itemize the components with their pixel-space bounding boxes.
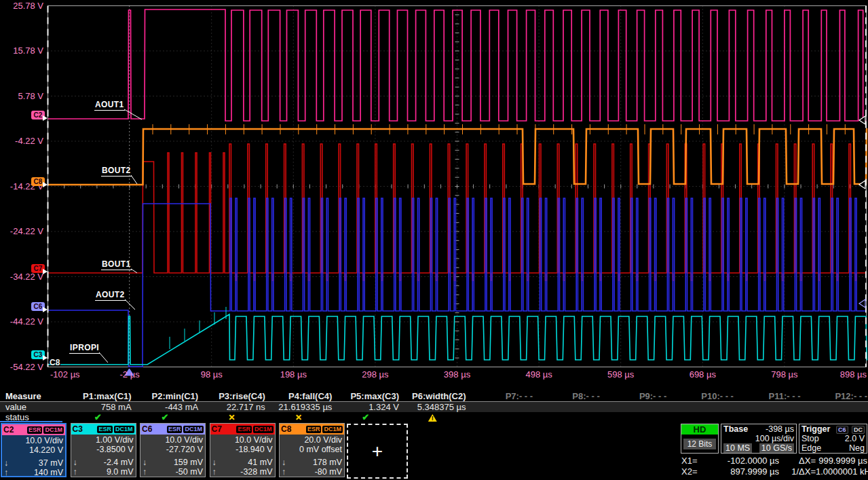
- max-indicator: 9.0 mV: [107, 467, 134, 477]
- voltage-label: 5.78 V: [0, 91, 43, 102]
- timebase-descriptor[interactable]: Tbase -398 µs 100 µs/div 10 MS 10 GS/s: [721, 424, 797, 454]
- measure-header-p1[interactable]: P1:max(C1): [64, 391, 132, 401]
- channel-id: C2: [3, 425, 14, 435]
- trace-label-aout2: AOUT2: [95, 290, 126, 301]
- voltage-label: -44.22 V: [0, 316, 43, 327]
- trigger-descriptor[interactable]: Trigger C6 DC Stop 2.0 V Edge Neg: [799, 424, 867, 454]
- vdiv-value: 10.0 V/div: [143, 435, 203, 445]
- status-pending-icon: ✕: [228, 413, 235, 422]
- max-indicator: -328 mV: [240, 467, 272, 477]
- measure-value-p1: 758 mA: [64, 402, 132, 412]
- descriptor-c7[interactable]: C7ESRDC1M10.0 V/div-18.940 V↓41 mV↑-328 …: [210, 423, 276, 477]
- arrow-up-icon: ↑: [212, 467, 216, 477]
- coupling-badge: ESR: [167, 426, 183, 433]
- measure-header-p12[interactable]: P12:- - -: [801, 391, 868, 401]
- clipped-trace-badge: C8: [50, 358, 60, 367]
- offset-value: 0 mV offset: [282, 445, 342, 454]
- oscilloscope-screen: 25.78 V15.78 V5.78 V-4.22 V-14.22 V-24.2…: [0, 0, 868, 480]
- tbase-title: Tbase: [723, 424, 748, 434]
- descriptor-c6[interactable]: C6ESRDC1M10.0 V/div-27.720 V↓159 mV↑-50 …: [140, 423, 206, 477]
- status-ok-icon: ✔: [94, 412, 102, 422]
- trace-label-ipropi: IPROPI: [69, 343, 100, 354]
- x2-label: X2=: [681, 466, 710, 477]
- max-indicator: -80 mV: [315, 467, 342, 477]
- channel-marker-arrow: [43, 355, 48, 361]
- measure-header-p4[interactable]: P4:fall(C4): [265, 391, 333, 401]
- measure-header-row: Measure P1:max(C1)P2:min(C1)P3:rise(C4)P…: [0, 391, 868, 402]
- min-indicator: 178 mV: [313, 458, 342, 467]
- measure-header-p11[interactable]: P11:- - -: [734, 391, 801, 401]
- vdiv-value: 20.0 V/div: [282, 435, 342, 445]
- vdiv-value: 10.0 V/div: [4, 436, 63, 445]
- waveform-grid[interactable]: [0, 0, 868, 382]
- coupling-badge: ESR: [236, 426, 252, 433]
- measure-value-label: value: [0, 402, 64, 412]
- measure-header-p5[interactable]: P5:max(C3): [332, 391, 399, 401]
- dx-label: ΔX=: [779, 456, 816, 466]
- arrow-down-icon: ↓: [143, 458, 147, 467]
- trigger-level-marker: [859, 299, 865, 308]
- status-underline: [0, 421, 62, 422]
- measure-status-p2: ✔: [132, 412, 199, 422]
- coupling-badge: DC1M: [183, 426, 204, 433]
- trace-c3-ramp-ticks: [170, 307, 226, 349]
- cursor-readout: X1= -102.0000 µs ΔX= 999.9999 µs X2= 897…: [681, 456, 867, 477]
- arrow-down-icon: ↓: [282, 458, 286, 467]
- measure-header-p3[interactable]: P3:rise(C4): [198, 391, 265, 401]
- coupling-badge: DC1M: [43, 426, 64, 434]
- time-label: 698 µs: [690, 369, 716, 380]
- x1-label: X1=: [681, 456, 710, 466]
- trigger-mode: Stop: [801, 434, 819, 443]
- measure-status-row: status ✔✔✕✕✔!: [0, 412, 868, 422]
- voltage-label: -4.22 V: [0, 136, 43, 147]
- measure-header-p2[interactable]: P2:min(C1): [132, 391, 199, 401]
- add-channel-box[interactable]: +: [347, 424, 408, 479]
- max-indicator: -50 mV: [176, 467, 203, 477]
- status-ok-icon: ✔: [362, 412, 369, 422]
- measure-header-p7[interactable]: P7:- - -: [466, 391, 533, 401]
- coupling-badge: DC1M: [322, 426, 343, 433]
- measure-value-p12: [801, 402, 868, 412]
- time-label: 898 µs: [840, 369, 867, 380]
- tbase-perdiv: 100 µs/div: [755, 434, 794, 443]
- trace-c7-bout1: [48, 144, 867, 280]
- time-label: 498 µs: [525, 369, 552, 380]
- offset-value: -3.8500 V: [73, 445, 134, 454]
- coupling-badge: DC1M: [253, 426, 273, 433]
- offset-value: 14.220 V: [4, 445, 63, 455]
- measure-header-p9[interactable]: P9:- - -: [600, 391, 667, 401]
- measure-status-p6: !: [399, 412, 466, 422]
- measure-header-p8[interactable]: P8:- - -: [533, 391, 600, 401]
- measure-table: Measure P1:max(C1)P2:min(C1)P3:rise(C4)P…: [0, 391, 868, 422]
- plus-icon: +: [372, 441, 383, 462]
- invdx-value: 1.0000001 kHz: [816, 466, 867, 477]
- measure-value-p6: 5.348375 µs: [399, 402, 466, 412]
- descriptor-c3[interactable]: C3ESRDC1M1.00 V/div-3.8500 V↓-2.4 mV↑9.0…: [71, 423, 136, 477]
- descriptor-c2[interactable]: C2ESRDC1M10.0 V/div14.220 V↓37 mV↑140 mV: [1, 423, 67, 477]
- channel-id: C3: [73, 424, 83, 434]
- vdiv-value: 1.00 V/div: [73, 435, 134, 445]
- hd-descriptor[interactable]: HD 12 Bits: [681, 424, 719, 454]
- status-ok-icon: ✔: [161, 412, 168, 422]
- measure-status-p9: [600, 412, 667, 422]
- measure-value-p7: [466, 402, 533, 412]
- measure-header-p10[interactable]: P10:- - -: [666, 391, 734, 401]
- measure-header-p6[interactable]: P6:width(C2): [399, 391, 466, 401]
- channel-marker-arrow: [43, 307, 48, 312]
- trigger-title: Trigger: [801, 424, 830, 434]
- measure-status-p11: [734, 412, 801, 422]
- channel-id: C7: [212, 424, 222, 434]
- time-label: -102 µs: [50, 369, 80, 380]
- channel-marker-arrow: [43, 269, 48, 274]
- hd-bits: 12 Bits: [683, 439, 716, 449]
- descriptor-c8[interactable]: C8ESRDC1M20.0 V/div0 mV offset↓178 mV↑-8…: [279, 423, 345, 477]
- min-indicator: 37 mV: [39, 458, 63, 468]
- channel-id: C8: [281, 424, 291, 434]
- trigger-source-badge: C6: [836, 426, 848, 434]
- arrow-down-icon: ↓: [4, 458, 8, 468]
- measure-value-p11: [734, 402, 801, 412]
- time-label: 298 µs: [362, 369, 388, 380]
- coupling-badge: ESR: [97, 426, 113, 433]
- arrow-down-icon: ↓: [212, 458, 216, 467]
- voltage-label: 15.78 V: [0, 45, 43, 56]
